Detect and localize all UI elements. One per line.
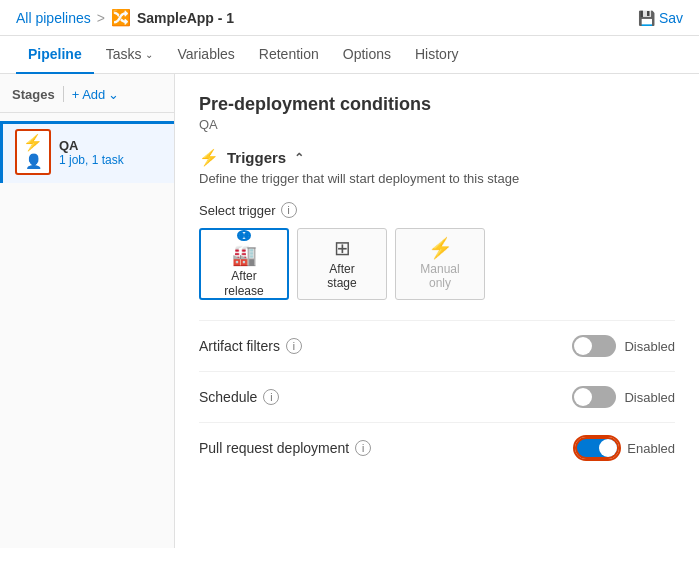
main-layout: Stages + Add ⌄ ⚡ 👤 QA 1 job, 1 task Pre-… (0, 74, 699, 548)
artifact-filters-text: Artifact filters (199, 338, 280, 354)
breadcrumb-separator: > (97, 10, 105, 26)
pull-request-toggle[interactable] (575, 437, 619, 459)
pull-request-text: Pull request deployment (199, 440, 349, 456)
pull-request-label: Pull request deployment i (199, 440, 371, 456)
pull-request-row: Pull request deployment i Enabled (199, 422, 675, 473)
pull-request-info-icon[interactable]: i (355, 440, 371, 456)
breadcrumb: All pipelines > 🔀 SampleApp - 1 (16, 8, 234, 27)
stages-header: Stages + Add ⌄ (0, 86, 174, 113)
artifact-filters-right: Disabled (572, 335, 675, 357)
all-pipelines-link[interactable]: All pipelines (16, 10, 91, 26)
schedule-right: Disabled (572, 386, 675, 408)
triggers-description: Define the trigger that will start deplo… (199, 171, 675, 186)
stage-name: QA (59, 138, 124, 153)
artifact-filters-toggle[interactable] (572, 335, 616, 357)
tab-options-label: Options (343, 46, 391, 62)
artifact-filters-status: Disabled (624, 339, 675, 354)
schedule-toggle[interactable] (572, 386, 616, 408)
tab-retention[interactable]: Retention (247, 36, 331, 74)
stage-item-qa[interactable]: ⚡ 👤 QA 1 job, 1 task (0, 121, 174, 183)
pull-request-right: Enabled (575, 437, 675, 459)
triggers-section-header: ⚡ Triggers ⌃ (199, 148, 675, 167)
tab-tasks[interactable]: Tasks ⌄ (94, 36, 166, 74)
stage-selected-bar (3, 121, 174, 124)
add-stage-label: + Add (72, 87, 106, 102)
schedule-info-icon[interactable]: i (263, 389, 279, 405)
stage-info: QA 1 job, 1 task (59, 138, 124, 167)
schedule-row: Schedule i Disabled (199, 371, 675, 422)
trigger-options: 🏭 Afterrelease ⊞ Afterstage ⚡ Manualonly (199, 228, 675, 300)
add-stage-button[interactable]: + Add ⌄ (72, 87, 120, 102)
select-trigger-label: Select trigger i (199, 202, 675, 218)
after-stage-label: Afterstage (327, 262, 356, 291)
after-stage-icon: ⊞ (334, 238, 351, 258)
pull-request-status: Enabled (627, 441, 675, 456)
tab-options[interactable]: Options (331, 36, 403, 74)
top-bar: All pipelines > 🔀 SampleApp - 1 💾 Sav (0, 0, 699, 36)
save-label: Sav (659, 10, 683, 26)
tab-history[interactable]: History (403, 36, 471, 74)
schedule-label: Schedule i (199, 389, 279, 405)
stages-label: Stages (12, 87, 55, 102)
artifact-filters-row: Artifact filters i Disabled (199, 320, 675, 371)
tab-pipeline-label: Pipeline (28, 46, 82, 62)
nav-tabs: Pipeline Tasks ⌄ Variables Retention Opt… (0, 36, 699, 74)
after-release-radio[interactable] (237, 230, 251, 241)
triggers-collapse-icon[interactable]: ⌃ (294, 151, 304, 165)
schedule-status: Disabled (624, 390, 675, 405)
tab-pipeline[interactable]: Pipeline (16, 36, 94, 74)
stage-meta: 1 job, 1 task (59, 153, 124, 167)
tab-variables-label: Variables (177, 46, 234, 62)
tab-variables[interactable]: Variables (165, 36, 246, 74)
schedule-text: Schedule (199, 389, 257, 405)
select-trigger-info-icon[interactable]: i (281, 202, 297, 218)
tab-history-label: History (415, 46, 459, 62)
artifact-filters-info-icon[interactable]: i (286, 338, 302, 354)
sidebar: Stages + Add ⌄ ⚡ 👤 QA 1 job, 1 task (0, 74, 175, 548)
stages-divider (63, 86, 64, 102)
pipeline-name: SampleApp - 1 (137, 10, 234, 26)
after-release-label: Afterrelease (224, 269, 263, 298)
tasks-chevron-icon: ⌄ (145, 49, 153, 60)
tab-tasks-label: Tasks (106, 46, 142, 62)
person-icon: 👤 (25, 153, 42, 169)
trigger-after-release[interactable]: 🏭 Afterrelease (199, 228, 289, 300)
manual-only-label: Manualonly (420, 262, 459, 291)
tab-retention-label: Retention (259, 46, 319, 62)
trigger-after-stage[interactable]: ⊞ Afterstage (297, 228, 387, 300)
content-area: Pre-deployment conditions QA ⚡ Triggers … (175, 74, 699, 548)
add-chevron-icon: ⌄ (108, 87, 119, 102)
pipeline-icon: 🔀 (111, 8, 131, 27)
artifact-filters-label: Artifact filters i (199, 338, 302, 354)
lightning-icon: ⚡ (23, 135, 43, 151)
panel-subtitle: QA (199, 117, 675, 132)
select-trigger-text: Select trigger (199, 203, 276, 218)
pull-request-toggle-thumb (599, 439, 617, 457)
artifact-filters-toggle-thumb (574, 337, 592, 355)
triggers-label: Triggers (227, 149, 286, 166)
schedule-toggle-thumb (574, 388, 592, 406)
save-icon: 💾 (638, 10, 655, 26)
panel-title: Pre-deployment conditions (199, 94, 675, 115)
trigger-manual-only[interactable]: ⚡ Manualonly (395, 228, 485, 300)
manual-only-icon: ⚡ (428, 238, 453, 258)
stage-icon-container: ⚡ 👤 (15, 129, 51, 175)
triggers-icon: ⚡ (199, 148, 219, 167)
save-button[interactable]: 💾 Sav (638, 10, 683, 26)
after-release-icon: 🏭 (232, 245, 257, 265)
